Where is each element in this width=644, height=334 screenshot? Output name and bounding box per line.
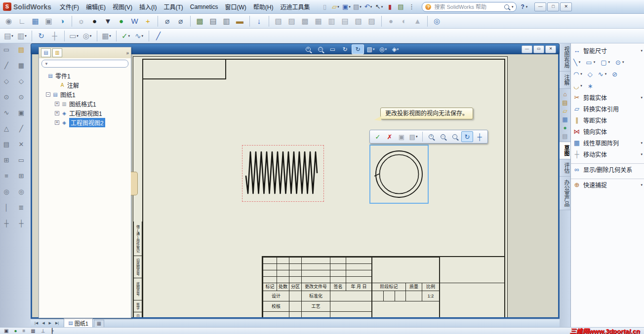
spline-icon[interactable]: ∿▾ — [133, 31, 145, 41]
left-dock-icon[interactable]: ┼ — [19, 220, 23, 226]
sheet-format-icon[interactable]: ▥▾ — [16, 31, 28, 41]
monitor-icon[interactable]: ▦▾ — [29, 16, 41, 27]
left-dock-icon[interactable]: ⊞ — [4, 157, 9, 163]
move-entities-tool[interactable]: ┼ 移动实体 ▾ — [571, 148, 644, 160]
status-icon[interactable]: ▦ — [31, 329, 35, 334]
surface-sphere-icon[interactable]: ●▾ — [381, 16, 397, 27]
attachment-icon[interactable]: ◎▾ — [427, 16, 443, 27]
rotate-view-icon[interactable]: ↻▾ — [461, 131, 473, 142]
left-dock-icon[interactable]: ┼ — [4, 220, 8, 226]
view-orientation-icon[interactable]: ↻▾ — [352, 44, 364, 54]
corner-rectangle-tool[interactable]: ▭▾ — [586, 59, 595, 66]
select-cursor-icon[interactable]: ↖▾ — [374, 2, 384, 12]
left-dock-icon[interactable]: ╱ — [19, 125, 23, 132]
feature-cube-icon[interactable]: ▨▾ — [285, 16, 298, 27]
line-tool[interactable]: ╲▾ — [573, 59, 580, 66]
zoom-area-icon[interactable]: □▾ — [438, 132, 448, 142]
new-document-icon[interactable]: ▯▾ — [320, 2, 329, 12]
tree-expander[interactable]: + — [55, 102, 59, 106]
dropdown-icon[interactable]: ▾ — [641, 96, 643, 100]
zoom-area-icon[interactable]: □▾ — [315, 45, 326, 54]
feature-cube-icon[interactable]: ▨▾ — [365, 16, 378, 27]
search-dropdown-icon[interactable]: ▾ — [512, 5, 514, 9]
rotate-view-icon[interactable]: ↻▾ — [32, 31, 47, 41]
save-icon[interactable]: ▣▾ — [341, 2, 351, 12]
zoom-selection-icon[interactable]: ·▾ — [449, 132, 460, 142]
view-palette-icon[interactable]: ▦ — [562, 116, 567, 122]
tree-root-part[interactable]: ▤ 零件1 — [40, 71, 130, 80]
left-dock-icon[interactable]: ╱ — [4, 62, 8, 69]
help-search-box[interactable]: ? ▾ — [422, 2, 517, 12]
trim-entities-tool[interactable]: ✂ 剪裁实体 ▾ — [571, 92, 644, 103]
drawing-view-spring-top[interactable] — [369, 145, 429, 204]
display-style-icon[interactable]: ▧▾ — [365, 45, 376, 54]
left-dock-icon[interactable]: ≣ — [19, 204, 24, 211]
gear-icon[interactable]: ☼▾ — [72, 16, 87, 27]
linear-sketch-pattern-tool[interactable]: ▦ 线性草图阵列 ▾ — [571, 137, 644, 148]
maximize-button[interactable]: □ — [547, 2, 559, 11]
left-dock-icon[interactable]: ⊙ — [4, 94, 9, 100]
panel-expand-icon[interactable]: » — [126, 50, 129, 56]
drawing-view-spring-front[interactable] — [242, 145, 324, 202]
tab-office-products[interactable]: 办公室产品 — [560, 177, 570, 210]
add-plus-icon[interactable]: +▾ — [142, 16, 154, 27]
tree-item-annotations[interactable]: A 注解 — [40, 80, 130, 90]
note-icon[interactable]: ▭▾ — [64, 31, 80, 41]
left-dock-icon[interactable]: │ — [4, 204, 8, 211]
minimize-button[interactable]: — — [534, 2, 546, 11]
print-preview-icon[interactable]: ▤▾ — [207, 16, 219, 27]
dropdown-icon[interactable]: ▾ — [641, 183, 643, 187]
left-dock-icon[interactable]: ◇ — [4, 78, 9, 84]
left-dock-icon[interactable]: ≡ — [4, 173, 8, 179]
open-icon[interactable]: ▱▾ — [330, 2, 340, 12]
feature-cube-icon[interactable]: ▧▾ — [352, 16, 364, 27]
sketch-fillet-tool[interactable]: ◡▾ — [573, 83, 582, 89]
surface-half-icon[interactable]: ◐▾ — [398, 16, 410, 27]
smart-dimension-tool[interactable]: ↔ 智能尺寸 ▾ — [571, 45, 644, 56]
menu-item[interactable]: 迈迪工具集 — [277, 1, 313, 12]
tree-item-sheet-format1[interactable]: + ▥ 图纸格式1 — [40, 99, 130, 109]
status-icon[interactable]: ≡ — [23, 329, 26, 334]
green-sphere-icon[interactable]: ●▾ — [115, 16, 127, 27]
feature-cube-icon[interactable]: ▧▾ — [269, 16, 284, 27]
menu-item[interactable]: 帮助(H) — [250, 1, 277, 12]
rotate-view-icon[interactable]: ↻▾ — [339, 45, 351, 54]
close-button[interactable]: ✕ — [560, 2, 572, 11]
balloon-icon[interactable]: ◎▾ — [81, 31, 93, 41]
offset-entities-tool[interactable]: ∥ 等距实体 ▾ — [571, 114, 644, 126]
left-dock-icon[interactable]: ✕ — [19, 141, 24, 148]
left-dock-icon[interactable]: ▭ — [18, 157, 24, 163]
tab-view-layout[interactable]: 视图布局 — [560, 43, 570, 72]
tree-item-drawing-view2[interactable]: + ◈ 工程图视图2 — [40, 118, 130, 127]
design-binder-icon[interactable]: ▤ — [18, 46, 24, 53]
web-globe-icon[interactable]: ◑▾ — [56, 16, 68, 27]
menu-item[interactable]: 视图(V) — [109, 1, 136, 12]
left-dock-icon[interactable]: ▤ — [3, 141, 9, 148]
menu-item[interactable]: Camnetics — [187, 2, 222, 12]
help-menu[interactable]: ? ▾ — [521, 3, 527, 10]
tab-sketch[interactable]: 草图 — [560, 142, 570, 159]
bomb-icon[interactable]: ●▾ — [88, 16, 101, 27]
feature-cube-icon[interactable]: ▦▾ — [312, 16, 324, 27]
ok-icon[interactable]: ✓▾ — [372, 132, 383, 142]
save-icon[interactable]: ▣▾ — [396, 132, 407, 142]
zoom-in-out-icon[interactable]: +▾ — [302, 45, 314, 54]
last-sheet-button[interactable]: ▶| — [53, 321, 61, 325]
tree-filter-input[interactable]: ▼ — [41, 60, 128, 68]
convert-entities-tool[interactable]: ▱ 转换实体引用 ▾ — [571, 103, 644, 114]
menu-item[interactable]: 窗口(W) — [221, 1, 249, 12]
file-explorer-icon[interactable]: ▱ — [563, 108, 567, 114]
import-arrow-icon[interactable]: ↓▾ — [249, 16, 265, 27]
left-dock-icon[interactable]: ◇ — [19, 78, 24, 84]
drawing-sheet[interactable]: 借(通)用件登记旧底图总号底图总号签字日期 标记 处数 分区 更改文件号 — [133, 56, 508, 319]
menu-item[interactable]: 插入(I) — [136, 1, 160, 12]
camnetics-part-icon[interactable]: ◉▾ — [2, 16, 15, 27]
menu-item[interactable]: 文件(F) — [56, 1, 82, 12]
zoom-ab-icon[interactable]: ⌀▾ — [174, 16, 187, 27]
undo-icon[interactable]: ↶▾ — [363, 2, 373, 12]
bracket-part-icon[interactable]: ∟▾ — [16, 16, 28, 27]
w-tool-icon[interactable]: W▾ — [128, 16, 141, 27]
search-icon[interactable] — [504, 4, 509, 9]
tab-evaluate[interactable]: 评估 — [560, 159, 570, 177]
overflow-icon[interactable]: ⋮▾ — [406, 2, 416, 12]
